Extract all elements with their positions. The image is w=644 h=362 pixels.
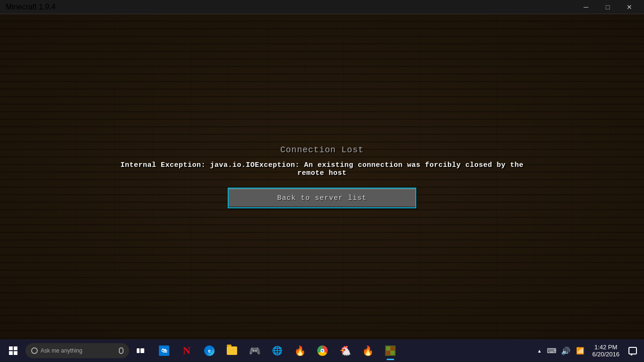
firefox-icon: 🔥	[294, 345, 306, 356]
win-square-1	[9, 346, 13, 350]
taskbar-app-netflix[interactable]: N	[176, 340, 197, 361]
titlebar: Minecraft 1.9.4 ─ □ ✕	[0, 0, 644, 14]
minecraft-icon	[385, 346, 396, 356]
taskbar-app-edge[interactable]: e	[199, 340, 220, 361]
taskbar-app-fire[interactable]: 🔥	[357, 340, 378, 361]
flame-icon: 🔥	[362, 345, 374, 356]
taskbar-app-games[interactable]: 🎮	[244, 340, 265, 361]
win-square-4	[14, 351, 17, 355]
mic-icon	[119, 347, 124, 354]
taskbar-app-minecraft[interactable]	[380, 340, 401, 361]
close-button[interactable]: ✕	[619, 0, 640, 14]
speaker-icon: 🔊	[561, 346, 570, 355]
window-title: Minecraft 1.9.4	[6, 3, 56, 11]
tv-rect-2	[140, 348, 144, 353]
chrome-inner-circle	[321, 349, 324, 353]
clock-time: 1:42 PM	[594, 344, 617, 351]
search-bar[interactable]: Ask me anything	[25, 343, 129, 358]
task-view-button[interactable]	[130, 340, 151, 361]
taskbar-app-firefox[interactable]: 🔥	[289, 340, 310, 361]
taskbar-app-files[interactable]	[222, 340, 242, 361]
chrome-icon	[317, 346, 328, 356]
keyboard-icon: ⌨	[547, 347, 556, 354]
system-tray-chevron[interactable]: ▲	[536, 347, 543, 354]
volume-tray-icon[interactable]: 🔊	[559, 340, 572, 361]
win-square-2	[14, 346, 17, 350]
netflix-icon: N	[183, 345, 190, 357]
crafting-icon: 🐔	[339, 345, 351, 356]
folder-icon	[227, 346, 237, 355]
taskbar-pinned-apps: 🛍 N e 🎮 🌐 🔥	[154, 340, 401, 361]
games-icon: 🎮	[249, 345, 261, 356]
store-icon: 🛍	[159, 346, 169, 356]
tv-rect-1	[137, 348, 140, 353]
game-content: Connection Lost Internal Exception: java…	[0, 14, 644, 339]
network-tray-icon[interactable]: 📶	[573, 340, 586, 361]
clock-area[interactable]: 1:42 PM 6/20/2016	[588, 340, 623, 361]
edge-icon: e	[204, 346, 215, 356]
taskbar-app-ie[interactable]: 🌐	[267, 340, 288, 361]
win-square-3	[9, 351, 13, 355]
taskbar-app-store[interactable]: 🛍	[154, 340, 174, 361]
task-view-icon	[137, 348, 144, 353]
window-controls: ─ □ ✕	[575, 0, 640, 14]
minimize-button[interactable]: ─	[575, 0, 597, 14]
windows-logo-icon	[9, 346, 17, 355]
system-tray: ⌨ 🔊 📶	[545, 340, 586, 361]
keyboard-tray-icon[interactable]: ⌨	[545, 340, 558, 361]
search-placeholder-text: Ask me anything	[41, 347, 83, 354]
ie-icon: 🌐	[272, 346, 282, 356]
back-to-server-list-button[interactable]: Back to server list	[228, 188, 416, 208]
taskbar-right: ▲ ⌨ 🔊 📶 1:42 PM 6/20/2016	[536, 340, 642, 361]
game-area: Connection Lost Internal Exception: java…	[0, 14, 644, 339]
connection-lost-title: Connection Lost	[280, 145, 363, 155]
notification-icon	[628, 347, 637, 354]
search-icon	[31, 347, 38, 354]
notification-button[interactable]	[625, 340, 640, 361]
network-icon: 📶	[576, 347, 584, 354]
start-button[interactable]	[2, 339, 25, 362]
maximize-button[interactable]: □	[597, 0, 619, 14]
taskbar-app-chrome[interactable]	[312, 340, 333, 361]
taskbar: Ask me anything 🛍 N e	[0, 339, 644, 362]
clock-date: 6/20/2016	[592, 351, 619, 358]
error-message: Internal Exception: java.io.IOException:…	[110, 161, 534, 177]
taskbar-app-crafting[interactable]: 🐔	[335, 340, 355, 361]
